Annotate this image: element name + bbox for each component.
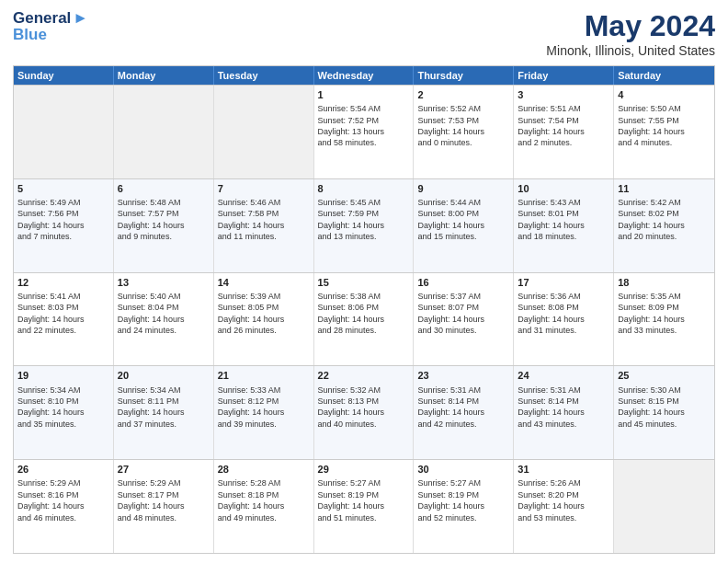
day-info: Sunrise: 5:44 AM Sunset: 8:00 PM Dayligh…: [417, 198, 484, 241]
calendar-cell: 7Sunrise: 5:46 AM Sunset: 7:58 PM Daylig…: [214, 179, 314, 272]
weekday-header: Thursday: [414, 66, 514, 85]
day-number: 28: [218, 463, 310, 476]
day-number: 15: [318, 276, 410, 289]
day-info: Sunrise: 5:29 AM Sunset: 8:17 PM Dayligh…: [118, 478, 185, 522]
day-number: 29: [318, 463, 410, 476]
calendar-cell: 4Sunrise: 5:50 AM Sunset: 7:55 PM Daylig…: [614, 86, 714, 178]
day-info: Sunrise: 5:36 AM Sunset: 8:08 PM Dayligh…: [518, 292, 585, 335]
weekday-header: Monday: [114, 66, 214, 85]
calendar-cell: [14, 86, 114, 178]
day-info: Sunrise: 5:43 AM Sunset: 8:01 PM Dayligh…: [518, 198, 585, 241]
day-number: 1: [318, 88, 410, 101]
calendar-cell: 29Sunrise: 5:27 AM Sunset: 8:19 PM Dayli…: [314, 460, 415, 553]
calendar-cell: 27Sunrise: 5:29 AM Sunset: 8:17 PM Dayli…: [114, 460, 214, 553]
location-subtitle: Minonk, Illinois, United States: [546, 43, 715, 58]
calendar-cell: 1Sunrise: 5:54 AM Sunset: 7:52 PM Daylig…: [314, 86, 415, 178]
day-info: Sunrise: 5:46 AM Sunset: 7:58 PM Dayligh…: [218, 198, 285, 241]
calendar-cell: 14Sunrise: 5:39 AM Sunset: 8:05 PM Dayli…: [214, 273, 314, 366]
day-info: Sunrise: 5:31 AM Sunset: 8:14 PM Dayligh…: [417, 385, 484, 429]
calendar-cell: 5Sunrise: 5:49 AM Sunset: 7:56 PM Daylig…: [14, 179, 114, 272]
calendar-cell: 16Sunrise: 5:37 AM Sunset: 8:07 PM Dayli…: [414, 273, 514, 366]
day-number: 30: [417, 463, 509, 476]
calendar-row: 5Sunrise: 5:49 AM Sunset: 7:56 PM Daylig…: [14, 178, 714, 272]
calendar-cell: 11Sunrise: 5:42 AM Sunset: 8:02 PM Dayli…: [614, 179, 714, 272]
day-info: Sunrise: 5:31 AM Sunset: 8:14 PM Dayligh…: [518, 385, 585, 429]
weekday-header: Saturday: [614, 66, 714, 85]
day-number: 2: [417, 88, 509, 101]
calendar-row: 19Sunrise: 5:34 AM Sunset: 8:10 PM Dayli…: [14, 365, 714, 459]
calendar-row: 26Sunrise: 5:29 AM Sunset: 8:16 PM Dayli…: [14, 459, 714, 553]
calendar-cell: 21Sunrise: 5:33 AM Sunset: 8:12 PM Dayli…: [214, 366, 314, 459]
logo-bird-icon: ►: [73, 9, 88, 28]
day-info: Sunrise: 5:35 AM Sunset: 8:09 PM Dayligh…: [618, 292, 685, 335]
calendar: SundayMondayTuesdayWednesdayThursdayFrid…: [13, 65, 715, 554]
day-info: Sunrise: 5:45 AM Sunset: 7:59 PM Dayligh…: [318, 198, 385, 241]
calendar-row: 1Sunrise: 5:54 AM Sunset: 7:52 PM Daylig…: [14, 85, 714, 178]
day-info: Sunrise: 5:39 AM Sunset: 8:05 PM Dayligh…: [218, 292, 285, 335]
calendar-cell: [114, 86, 214, 178]
calendar-cell: 18Sunrise: 5:35 AM Sunset: 8:09 PM Dayli…: [614, 273, 714, 366]
day-number: 20: [118, 369, 210, 382]
day-info: Sunrise: 5:32 AM Sunset: 8:13 PM Dayligh…: [318, 385, 385, 429]
day-info: Sunrise: 5:40 AM Sunset: 8:04 PM Dayligh…: [118, 292, 185, 335]
calendar-cell: 24Sunrise: 5:31 AM Sunset: 8:14 PM Dayli…: [514, 366, 614, 459]
day-info: Sunrise: 5:41 AM Sunset: 8:03 PM Dayligh…: [17, 292, 85, 335]
weekday-header: Tuesday: [214, 66, 314, 85]
day-info: Sunrise: 5:50 AM Sunset: 7:55 PM Dayligh…: [618, 104, 685, 147]
calendar-cell: 12Sunrise: 5:41 AM Sunset: 8:03 PM Dayli…: [14, 273, 114, 366]
day-info: Sunrise: 5:51 AM Sunset: 7:54 PM Dayligh…: [518, 104, 585, 147]
day-number: 17: [518, 276, 609, 289]
day-info: Sunrise: 5:48 AM Sunset: 7:57 PM Dayligh…: [118, 198, 185, 241]
day-number: 5: [17, 182, 109, 195]
day-number: 10: [518, 182, 609, 195]
weekday-header: Friday: [514, 66, 614, 85]
calendar-cell: 28Sunrise: 5:28 AM Sunset: 8:18 PM Dayli…: [214, 460, 314, 553]
day-number: 25: [618, 369, 711, 382]
calendar-cell: 10Sunrise: 5:43 AM Sunset: 8:01 PM Dayli…: [514, 179, 614, 272]
day-number: 11: [618, 182, 711, 195]
weekday-header: Sunday: [14, 66, 114, 85]
calendar-cell: [614, 460, 714, 553]
calendar-cell: 15Sunrise: 5:38 AM Sunset: 8:06 PM Dayli…: [314, 273, 415, 366]
calendar-cell: 2Sunrise: 5:52 AM Sunset: 7:53 PM Daylig…: [414, 86, 514, 178]
day-number: 22: [318, 369, 410, 382]
calendar-cell: 6Sunrise: 5:48 AM Sunset: 7:57 PM Daylig…: [114, 179, 214, 272]
calendar-cell: 9Sunrise: 5:44 AM Sunset: 8:00 PM Daylig…: [414, 179, 514, 272]
day-number: 16: [417, 276, 509, 289]
calendar-cell: [214, 86, 314, 178]
day-info: Sunrise: 5:27 AM Sunset: 8:19 PM Dayligh…: [417, 478, 484, 522]
day-info: Sunrise: 5:52 AM Sunset: 7:53 PM Dayligh…: [417, 104, 484, 147]
day-number: 18: [618, 276, 711, 289]
calendar-body: 1Sunrise: 5:54 AM Sunset: 7:52 PM Daylig…: [14, 85, 714, 553]
day-number: 21: [218, 369, 310, 382]
calendar-cell: 17Sunrise: 5:36 AM Sunset: 8:08 PM Dayli…: [514, 273, 614, 366]
day-number: 8: [318, 182, 410, 195]
day-info: Sunrise: 5:37 AM Sunset: 8:07 PM Dayligh…: [417, 292, 484, 335]
day-number: 24: [518, 369, 609, 382]
day-number: 23: [417, 369, 509, 382]
day-number: 6: [118, 182, 210, 195]
title-block: May 2024 Minonk, Illinois, United States: [546, 9, 715, 58]
day-number: 7: [218, 182, 310, 195]
day-number: 27: [118, 463, 210, 476]
day-info: Sunrise: 5:30 AM Sunset: 8:15 PM Dayligh…: [618, 385, 685, 429]
day-info: Sunrise: 5:33 AM Sunset: 8:12 PM Dayligh…: [218, 385, 285, 429]
day-info: Sunrise: 5:34 AM Sunset: 8:11 PM Dayligh…: [118, 385, 185, 429]
calendar-cell: 23Sunrise: 5:31 AM Sunset: 8:14 PM Dayli…: [414, 366, 514, 459]
day-number: 19: [17, 369, 109, 382]
calendar-cell: 13Sunrise: 5:40 AM Sunset: 8:04 PM Dayli…: [114, 273, 214, 366]
day-info: Sunrise: 5:38 AM Sunset: 8:06 PM Dayligh…: [318, 292, 385, 335]
logo-blue: Blue: [13, 26, 47, 44]
calendar-cell: 30Sunrise: 5:27 AM Sunset: 8:19 PM Dayli…: [414, 460, 514, 553]
day-number: 4: [618, 88, 711, 101]
logo-general: General: [13, 9, 71, 28]
day-number: 26: [17, 463, 109, 476]
day-number: 31: [518, 463, 609, 476]
logo: General ► Blue: [13, 9, 88, 44]
day-info: Sunrise: 5:28 AM Sunset: 8:18 PM Dayligh…: [218, 478, 285, 522]
calendar-cell: 20Sunrise: 5:34 AM Sunset: 8:11 PM Dayli…: [114, 366, 214, 459]
calendar-row: 12Sunrise: 5:41 AM Sunset: 8:03 PM Dayli…: [14, 272, 714, 366]
calendar-cell: 8Sunrise: 5:45 AM Sunset: 7:59 PM Daylig…: [314, 179, 415, 272]
page: General ► Blue May 2024 Minonk, Illinois…: [0, 0, 728, 563]
day-info: Sunrise: 5:26 AM Sunset: 8:20 PM Dayligh…: [518, 478, 585, 522]
